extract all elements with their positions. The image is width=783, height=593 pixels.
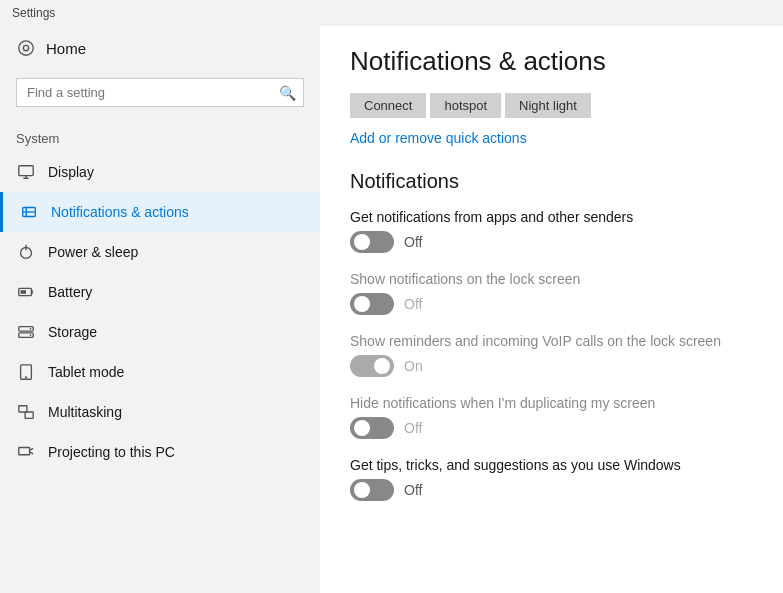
svg-rect-20 bbox=[19, 406, 27, 412]
svg-rect-13 bbox=[21, 290, 26, 294]
title-bar: Settings bbox=[0, 0, 783, 26]
svg-point-19 bbox=[26, 377, 27, 378]
content-area: Notifications & actions Connect hotspot … bbox=[320, 26, 783, 593]
sidebar-item-power[interactable]: Power & sleep bbox=[0, 232, 320, 272]
quick-btn-night-light[interactable]: Night light bbox=[505, 93, 591, 118]
battery-icon bbox=[16, 282, 36, 302]
setting-app-notifications-label: Get notifications from apps and other se… bbox=[350, 209, 753, 225]
quick-actions-bar: Connect hotspot Night light bbox=[350, 93, 753, 118]
setting-tips: Get tips, tricks, and suggestions as you… bbox=[350, 457, 753, 501]
sidebar-item-storage[interactable]: Storage bbox=[0, 312, 320, 352]
setting-voip-label: Show reminders and incoming VoIP calls o… bbox=[350, 333, 753, 349]
sidebar-item-battery[interactable]: Battery bbox=[0, 272, 320, 312]
search-icon: 🔍 bbox=[279, 85, 296, 101]
quick-btn-hotspot[interactable]: hotspot bbox=[430, 93, 501, 118]
toggle-thumb bbox=[354, 420, 370, 436]
sidebar-item-display[interactable]: Display bbox=[0, 152, 320, 192]
toggle-thumb bbox=[354, 482, 370, 498]
toggle-lock-screen-state: Off bbox=[404, 296, 422, 312]
setting-lock-screen-label: Show notifications on the lock screen bbox=[350, 271, 753, 287]
toggle-duplicating-state: Off bbox=[404, 420, 422, 436]
notifications-section-title: Notifications bbox=[350, 170, 753, 193]
add-remove-quick-actions-link[interactable]: Add or remove quick actions bbox=[350, 130, 527, 146]
sidebar-item-storage-label: Storage bbox=[48, 324, 97, 340]
sidebar-item-multitasking-label: Multitasking bbox=[48, 404, 122, 420]
title-bar-label: Settings bbox=[12, 6, 55, 20]
svg-point-1 bbox=[23, 45, 28, 50]
storage-icon bbox=[16, 322, 36, 342]
setting-tips-toggle-row: Off bbox=[350, 479, 753, 501]
toggle-thumb bbox=[354, 234, 370, 250]
setting-app-notifications: Get notifications from apps and other se… bbox=[350, 209, 753, 253]
toggle-duplicating[interactable] bbox=[350, 417, 394, 439]
tablet-icon bbox=[16, 362, 36, 382]
toggle-app-notifications[interactable] bbox=[350, 231, 394, 253]
sidebar-home-button[interactable]: Home bbox=[0, 26, 320, 70]
toggle-tips-state: Off bbox=[404, 482, 422, 498]
projecting-icon bbox=[16, 442, 36, 462]
sidebar-item-projecting[interactable]: Projecting to this PC bbox=[0, 432, 320, 472]
toggle-voip[interactable] bbox=[350, 355, 394, 377]
toggle-voip-state: On bbox=[404, 358, 423, 374]
power-icon bbox=[16, 242, 36, 262]
setting-lock-screen: Show notifications on the lock screen Of… bbox=[350, 271, 753, 315]
search-box: 🔍 bbox=[16, 78, 304, 107]
svg-point-16 bbox=[30, 328, 32, 330]
sidebar-item-tablet[interactable]: Tablet mode bbox=[0, 352, 320, 392]
page-title: Notifications & actions bbox=[350, 46, 753, 77]
svg-rect-22 bbox=[19, 448, 30, 455]
system-header: System bbox=[0, 115, 320, 152]
svg-rect-2 bbox=[19, 166, 33, 176]
toggle-thumb bbox=[374, 358, 390, 374]
multitasking-icon bbox=[16, 402, 36, 422]
svg-point-17 bbox=[30, 334, 32, 336]
quick-btn-connect[interactable]: Connect bbox=[350, 93, 426, 118]
setting-lock-screen-toggle-row: Off bbox=[350, 293, 753, 315]
sidebar-item-multitasking[interactable]: Multitasking bbox=[0, 392, 320, 432]
home-icon bbox=[16, 38, 36, 58]
notifications-icon bbox=[19, 202, 39, 222]
toggle-lock-screen[interactable] bbox=[350, 293, 394, 315]
svg-point-0 bbox=[19, 41, 33, 55]
setting-app-notifications-toggle-row: Off bbox=[350, 231, 753, 253]
sidebar-item-display-label: Display bbox=[48, 164, 94, 180]
home-label: Home bbox=[46, 40, 86, 57]
sidebar-item-battery-label: Battery bbox=[48, 284, 92, 300]
toggle-thumb bbox=[354, 296, 370, 312]
sidebar-item-notifications[interactable]: Notifications & actions bbox=[0, 192, 320, 232]
toggle-tips[interactable] bbox=[350, 479, 394, 501]
setting-voip: Show reminders and incoming VoIP calls o… bbox=[350, 333, 753, 377]
main-layout: Home 🔍 System Display bbox=[0, 26, 783, 593]
display-icon bbox=[16, 162, 36, 182]
sidebar-item-notifications-label: Notifications & actions bbox=[51, 204, 189, 220]
toggle-app-notifications-state: Off bbox=[404, 234, 422, 250]
search-input[interactable] bbox=[16, 78, 304, 107]
sidebar-item-tablet-label: Tablet mode bbox=[48, 364, 124, 380]
sidebar: Home 🔍 System Display bbox=[0, 26, 320, 593]
setting-tips-label: Get tips, tricks, and suggestions as you… bbox=[350, 457, 753, 473]
svg-rect-21 bbox=[25, 412, 33, 418]
sidebar-item-projecting-label: Projecting to this PC bbox=[48, 444, 175, 460]
setting-duplicating-toggle-row: Off bbox=[350, 417, 753, 439]
setting-duplicating-label: Hide notifications when I'm duplicating … bbox=[350, 395, 753, 411]
setting-duplicating: Hide notifications when I'm duplicating … bbox=[350, 395, 753, 439]
sidebar-item-power-label: Power & sleep bbox=[48, 244, 138, 260]
setting-voip-toggle-row: On bbox=[350, 355, 753, 377]
